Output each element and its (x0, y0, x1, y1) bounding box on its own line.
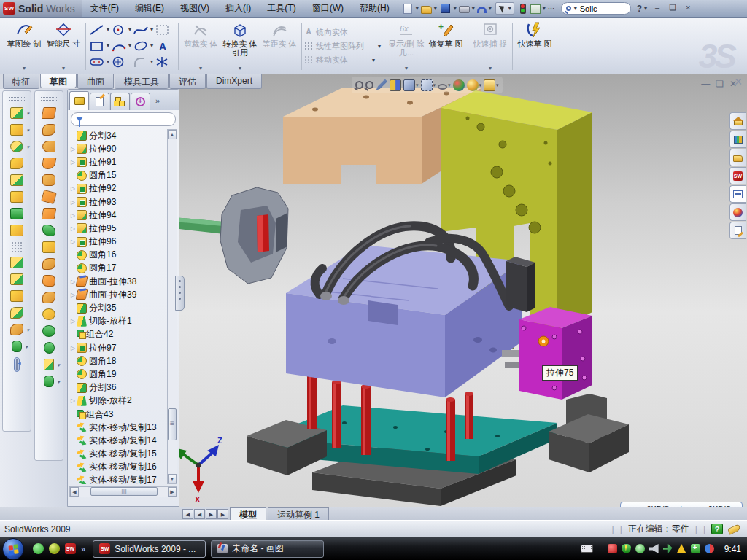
print-caret[interactable]: ▾ (471, 5, 476, 12)
last-tab-button[interactable]: ▶ (217, 509, 228, 519)
scroll-right-button[interactable]: ▶ (168, 487, 177, 497)
help-button[interactable]: ? (637, 4, 642, 14)
swept-tool-icon[interactable] (10, 158, 23, 169)
convert-entities-button[interactable]: 转换实 体引用 ▾ (220, 20, 260, 72)
start-button[interactable] (2, 538, 24, 560)
offset-surface-tool-icon[interactable] (42, 225, 55, 236)
ellipse-tool[interactable]: ▾ (132, 39, 154, 52)
surface-loft-tool-icon[interactable] (42, 158, 57, 169)
save-icon[interactable] (441, 4, 450, 13)
restore-button[interactable]: ❏ (666, 3, 679, 14)
tree-item[interactable]: 圆角16 (69, 249, 167, 262)
tree-item[interactable]: 圆角17 (69, 262, 167, 275)
tree-item[interactable]: ▷拉伸97 (69, 341, 167, 354)
mirror-entities-button[interactable]: A 镜向实体 (304, 26, 348, 38)
sketch-draw-caret[interactable]: ▾ (23, 65, 26, 71)
lofted-tool-icon[interactable] (10, 174, 23, 186)
move-entities-caret[interactable]: ▾ (371, 57, 376, 63)
filled-surface-tool-icon[interactable] (41, 190, 57, 204)
section-view-button[interactable] (390, 79, 401, 91)
tree-item[interactable]: ▷曲面-拉伸38 (69, 275, 167, 288)
scene-button[interactable]: ▾ (467, 79, 482, 91)
tree-item[interactable]: ▷曲面-拉伸39 (69, 288, 167, 301)
menu-tools[interactable]: 工具(T) (259, 2, 303, 15)
helix-tool-icon[interactable]: ▾ (12, 341, 22, 352)
tree-item[interactable]: ▷切除-放样1 (69, 315, 167, 328)
dimxpertmanager-tab[interactable] (131, 93, 150, 110)
next-tab-button[interactable]: ▶ (206, 509, 217, 519)
expand-arrow[interactable]: ▷ (69, 199, 77, 206)
circle-tool[interactable]: ▾ (110, 23, 132, 36)
save-caret[interactable]: ▾ (453, 5, 457, 12)
expand-arrow[interactable]: ▷ (69, 185, 77, 192)
tree-filter-bar[interactable] (71, 112, 176, 126)
display-style-caret[interactable]: ▾ (433, 82, 436, 88)
tree-item[interactable]: 分割35 (69, 301, 167, 314)
replace-face-tool-icon[interactable] (42, 275, 57, 287)
tree-item[interactable]: ▷拉伸93 (69, 195, 167, 209)
curve-tool-icon[interactable]: ▾ (10, 324, 23, 335)
first-tab-button[interactable]: ◀ (182, 509, 193, 519)
arc-tool[interactable]: ▾ (110, 39, 132, 52)
scroll-thumb[interactable] (168, 408, 177, 440)
propertymanager-tab[interactable] (90, 93, 109, 110)
tree-item[interactable]: 实体-移动/复制14 (69, 434, 167, 447)
file-explorer-tab[interactable] (729, 149, 746, 166)
split-tool-icon[interactable] (10, 273, 23, 285)
tree-item[interactable]: ▷拉伸96 (69, 236, 167, 249)
offset-entities-button[interactable]: 等距实 体 (260, 20, 299, 72)
display-style-button[interactable]: ▾ (421, 79, 436, 91)
badge-icon[interactable] (635, 544, 645, 553)
doc-minimize-button[interactable]: — (701, 79, 710, 89)
print-icon[interactable] (459, 6, 470, 13)
warning-icon[interactable] (677, 544, 686, 553)
tag-icon[interactable] (728, 523, 741, 534)
antivirus-shield-icon[interactable] (608, 544, 617, 553)
expand-arrow[interactable]: ▷ (69, 225, 77, 232)
tree-item[interactable]: 圆角19 (69, 368, 167, 381)
shell-tool-icon[interactable] (10, 191, 23, 203)
select-caret[interactable]: ▾ (508, 5, 512, 12)
open-icon[interactable] (421, 6, 432, 14)
convert-caret[interactable]: ▾ (239, 65, 241, 71)
freeform-tool-icon[interactable]: ▾ (44, 376, 54, 387)
zoom-fit-button[interactable] (355, 81, 363, 89)
search-caret[interactable]: ▾ (573, 5, 578, 12)
surface-revolve-tool-icon[interactable] (42, 124, 55, 136)
delete-face-tool-icon[interactable] (42, 258, 55, 270)
security-lightning-icon[interactable] (622, 544, 631, 553)
volume-icon[interactable] (649, 544, 659, 553)
thicken-tool-icon[interactable]: ▾ (44, 359, 54, 370)
network-icon[interactable] (663, 544, 673, 553)
fillet-tool-icon[interactable]: ▾ (10, 141, 23, 152)
trim-surface-tool-icon[interactable] (42, 308, 55, 320)
scroll-down-button[interactable]: ▼ (168, 474, 177, 483)
sync-icon[interactable] (705, 544, 714, 553)
tab-sketch[interactable]: 草图 (40, 74, 77, 88)
help-caret[interactable]: ▾ (643, 5, 648, 12)
ruled-surface-tool-icon[interactable] (42, 241, 55, 253)
taskbar-clock[interactable]: 9:41 (724, 544, 741, 554)
tree-item[interactable]: ▷拉伸90 (69, 142, 167, 155)
polygon-tool[interactable] (110, 55, 132, 69)
linear-pattern-caret[interactable]: ▾ (377, 43, 382, 50)
tree-item[interactable]: ▷拉伸92 (69, 182, 167, 195)
trim-caret[interactable]: ▾ (199, 65, 202, 71)
select-tool[interactable]: ▾ (495, 2, 514, 15)
text-tool[interactable]: A (154, 39, 176, 52)
solidworks-shortcut-icon[interactable]: SW (65, 543, 76, 554)
menu-file[interactable]: 文件(F) (82, 2, 127, 15)
wizard-tool-icon[interactable] (10, 225, 23, 236)
messenger-icon[interactable] (33, 543, 44, 554)
mirror-tool-icon[interactable] (10, 257, 23, 268)
previous-view-button[interactable] (376, 79, 387, 91)
expand-arrow[interactable]: ▷ (69, 159, 77, 166)
spline-tool[interactable]: ▾ (132, 23, 154, 36)
tab-dimxpert[interactable]: DimXpert (206, 74, 262, 89)
quick-launch-chevron[interactable]: » (81, 545, 85, 553)
search-box[interactable]: ▾ (561, 2, 631, 15)
prev-tab-button[interactable]: ◀ (194, 509, 205, 519)
menu-help[interactable]: 帮助(H) (352, 2, 398, 15)
tree-item[interactable]: ▷拉伸91 (69, 155, 167, 168)
tree-item[interactable]: 实体-移动/复制15 (69, 448, 167, 461)
